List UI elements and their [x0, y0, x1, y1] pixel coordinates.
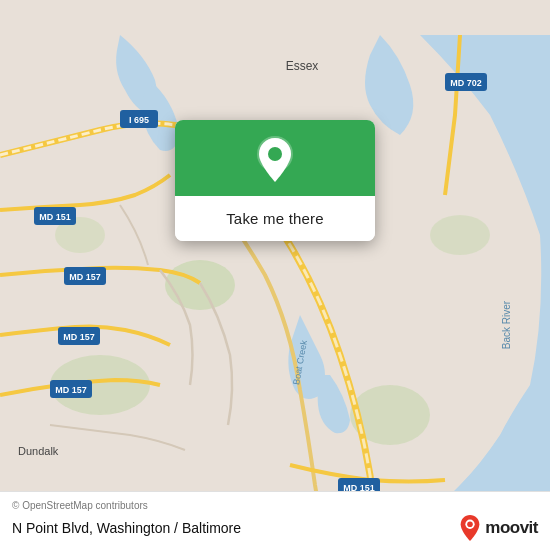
map-container: I 695 MD 702 MD 151 MD 157 MD 157 MD 157… — [0, 0, 550, 550]
svg-text:MD 702: MD 702 — [450, 78, 482, 88]
svg-point-29 — [467, 521, 473, 527]
moovit-brand-text: moovit — [485, 518, 538, 538]
svg-text:Essex: Essex — [286, 59, 319, 73]
bottom-bar: © OpenStreetMap contributors N Point Blv… — [0, 491, 550, 550]
map-background: I 695 MD 702 MD 151 MD 157 MD 157 MD 157… — [0, 0, 550, 550]
svg-text:MD 157: MD 157 — [69, 272, 101, 282]
svg-text:MD 157: MD 157 — [55, 385, 87, 395]
moovit-logo: moovit — [459, 514, 538, 542]
svg-text:MD 151: MD 151 — [39, 212, 71, 222]
svg-text:Dundalk: Dundalk — [18, 445, 59, 457]
svg-point-4 — [430, 215, 490, 255]
pin-icon — [253, 138, 297, 182]
svg-point-27 — [268, 147, 282, 161]
svg-text:I 695: I 695 — [129, 115, 149, 125]
popup-card: Take me there — [175, 120, 375, 241]
popup-header — [175, 120, 375, 196]
svg-text:MD 157: MD 157 — [63, 332, 95, 342]
place-name: N Point Blvd, Washington / Baltimore — [12, 520, 241, 536]
svg-text:Back River: Back River — [501, 300, 512, 349]
moovit-pin-icon — [459, 514, 481, 542]
take-me-there-button[interactable]: Take me there — [175, 196, 375, 241]
attribution-text: © OpenStreetMap contributors — [12, 500, 538, 511]
